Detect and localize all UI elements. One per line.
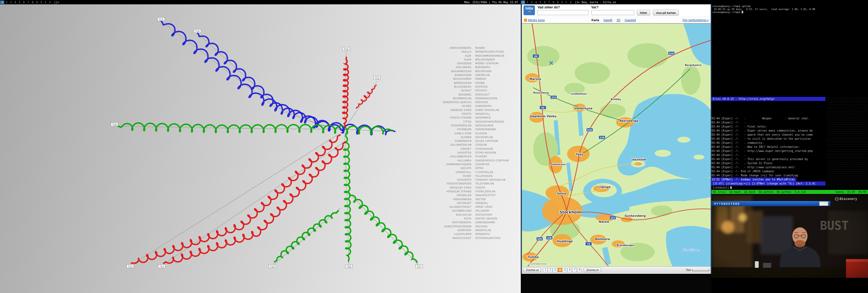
map-copyright: © Lantmäteriverket (528, 263, 547, 265)
station-tick (218, 210, 219, 211)
station-name: T-CENTRALEN (475, 171, 518, 175)
map-label-tumba: Tumba (528, 255, 539, 259)
map-label-bollmora: Bollmora (595, 237, 610, 241)
station-list-row: KUNGSTRÄDGÅRDENÅKESHOV (429, 225, 518, 229)
show-on-map-button[interactable]: visa på kartan (653, 10, 679, 16)
search-button[interactable]: hitta! (637, 10, 650, 16)
map-canvas[interactable]: E4E4E18E18E2027327622273226 MärstaRosers… (522, 24, 711, 266)
zoom-out-button[interactable]: Zooma ut (524, 267, 541, 272)
workspace-tag-7[interactable]: 7 (547, 1, 551, 4)
zoom-level-7[interactable]: 7 (572, 268, 577, 272)
station-tick (279, 128, 280, 129)
station-name: TALLKROGEN (475, 175, 518, 178)
station-name: HÄGERSTENSÅSEN (429, 182, 471, 186)
layout-indicator-right[interactable]: [3+ (573, 1, 582, 4)
irssi-input-line[interactable]: [(status)] (712, 185, 826, 190)
workspace-tag-C[interactable]: C (43, 1, 48, 4)
station-tick (283, 168, 284, 169)
station-name: HORNSTULL (429, 171, 471, 175)
station-tick (410, 257, 411, 258)
zoom-level-2[interactable]: 2 (548, 268, 552, 272)
map-label-huddinge: Huddinge (557, 239, 573, 243)
workspace-tag-8[interactable]: 8 (551, 1, 556, 4)
map-type-satellit[interactable]: Satellit (599, 19, 613, 22)
map-type-gatubild[interactable]: Gatubild (620, 19, 636, 22)
station-tick (348, 245, 349, 246)
station-name: STADSHAGEN (475, 148, 518, 151)
station-list-row: FARSTA STRANDSKARPNÄCK (429, 116, 518, 120)
workspace-tag-9[interactable]: 9 (35, 1, 39, 4)
metro-line-blue-2 (197, 33, 345, 131)
zoom-level-1[interactable]: 1 (543, 268, 547, 272)
station-tick (215, 228, 216, 230)
map-label-nacka: Nacka (599, 220, 609, 224)
workspace-tag-X[interactable]: X (39, 1, 43, 4)
map-type-karta[interactable]: Karta (592, 19, 599, 22)
station-tick (280, 185, 281, 186)
zoom-level-8[interactable]: 8 (577, 268, 582, 272)
irssi-client[interactable]: Irssi v0.8.15 - http://irssi.org/help/ 0… (712, 97, 826, 190)
station-name: HALLONBERGEN (429, 155, 471, 159)
map-label-solna: Solna (557, 192, 566, 195)
search-where-input[interactable] (591, 10, 634, 15)
workspace-tag-7[interactable]: 7 (26, 1, 30, 4)
workspace-tag-C[interactable]: C (564, 1, 568, 4)
hitta-logo-text: hitta (525, 6, 533, 10)
map-scale: 7km (686, 269, 709, 271)
screen-status-bar: 0$ irssi 1$ bash 2$ bash 3$ python 4$ py… (712, 190, 868, 194)
workspace-tag-2[interactable]: 2 (4, 1, 9, 4)
layout-indicator-left[interactable]: []= (52, 1, 61, 4)
video-player[interactable]: BUST MYTHBUSTERS Discovery (712, 195, 868, 278)
workspace-tag-1[interactable]: 1 (521, 1, 525, 4)
workspace-tag-X[interactable]: X (560, 1, 564, 4)
workspace-tag-6[interactable]: 6 (22, 1, 26, 4)
shell-uptime-output: steven@kanny:~/tmp$ uptime 15:05:51 up 2… (712, 5, 815, 11)
zoom-level-6[interactable]: 6 (567, 268, 572, 272)
workspace-tag-V[interactable]: V (568, 1, 573, 4)
station-name: HÖKARÄNGEN (429, 198, 471, 202)
station-tick (184, 231, 186, 232)
map-label-gustavsberg: Gustavsberg (625, 214, 646, 217)
search-what-input[interactable] (538, 10, 589, 15)
workspace-tag-6[interactable]: 6 (542, 1, 547, 4)
station-list-row: HÄSSELBY STRANDTHORILDSPLAN (429, 190, 518, 194)
smaller-map-icon (524, 19, 527, 22)
workspace-tag-4[interactable]: 4 (534, 1, 538, 4)
terminal-window[interactable]: steven@kanny:~/tmp$ uptime 15:05:51 up 2… (712, 4, 868, 293)
workspace-tag-8[interactable]: 8 (30, 1, 35, 4)
station-name: GUBBÄNGEN (429, 140, 471, 144)
station-list-row: FRIDHEMSPLANSKÄRHOLMEN (429, 124, 518, 128)
map-type-3d[interactable]: 3D (612, 19, 620, 22)
hitta-logo[interactable]: hitta .se (524, 5, 535, 15)
workspace-tag-3[interactable]: 3 (9, 1, 13, 4)
terminal-label-T13: T13 (373, 76, 380, 80)
station-list-row: GULLMARSPLANSTADION (429, 144, 518, 147)
system-status-clock: Mem: 2532/3966 | Thu 05 May 15:07 (464, 1, 521, 4)
workspace-tag-4[interactable]: 4 (13, 1, 18, 4)
workspace-tag-1[interactable]: 1 (0, 1, 4, 4)
workspace-tag-9[interactable]: 9 (556, 1, 560, 4)
station-tick (374, 219, 375, 220)
station-tick (294, 161, 296, 162)
station-list-row: KARLAPLANVÄSTERTORP (429, 213, 518, 217)
station-tick (208, 127, 209, 128)
station-tick (346, 194, 347, 195)
zoom-level-5[interactable]: 5 (563, 268, 567, 272)
workspace-tag-V[interactable]: V (48, 1, 52, 4)
workspace-tag-5[interactable]: 5 (538, 1, 542, 4)
station-list-row: ALBYMIDSOMMARKRANSEN (429, 55, 518, 58)
zoom-level-4[interactable]: 4 (558, 268, 562, 272)
map-viewport[interactable]: E4E4E18E18E2027327622273226 MärstaRosers… (522, 23, 711, 266)
workspace-tag-5[interactable]: 5 (18, 1, 22, 4)
station-list-row: HJULSTASÄTRA (429, 167, 518, 171)
station-list-row: BROMMAPLANRÅDMANSGATAN (429, 97, 518, 101)
workspace-tag-2[interactable]: 2 (525, 1, 529, 4)
workspace-tag-3[interactable]: 3 (529, 1, 534, 4)
smaller-map-link[interactable]: Mindre karta (528, 19, 545, 22)
station-name: RINKEBY (475, 78, 518, 81)
zoom-level-3[interactable]: 3 (553, 268, 557, 272)
svg-text:226: 226 (547, 237, 552, 239)
more-map-functions-link[interactable]: Fler kartfunktioner (682, 19, 709, 22)
shell-prompt-text: steven@kanny:~/tmp$ (712, 11, 740, 13)
zoom-in-button[interactable]: Zooma in (584, 267, 601, 272)
